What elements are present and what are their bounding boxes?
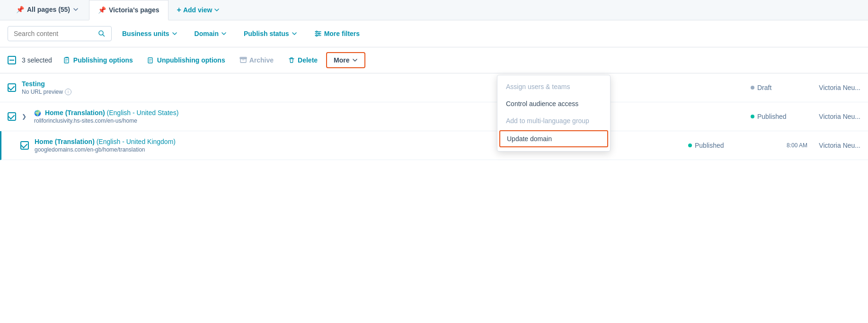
row-status-home-us: Published [751, 113, 807, 120]
unpublishing-options-label: Unpublishing options [157, 56, 225, 64]
more-filters-label: More filters [324, 30, 360, 37]
search-icon [98, 30, 106, 37]
chevron-down-icon-add [214, 7, 220, 13]
search-input[interactable] [14, 30, 94, 37]
table-row: Testing No URL preview i Draft Victoria … [0, 73, 868, 102]
tab-all-pages-label: All pages (55) [27, 6, 70, 13]
dropdown-item-add-multi-language[interactable]: Add to multi-language group [497, 112, 610, 129]
sliders-icon [314, 30, 322, 37]
row-status-home-uk: Published [688, 142, 745, 149]
table-row: ❯ 🌍 Home (Translation) (English - United… [0, 102, 868, 131]
row-title-home-us[interactable]: 🌍 Home (Translation) (English - United S… [34, 109, 745, 117]
plus-icon: + [177, 6, 181, 14]
publish-status-label: Publish status [244, 30, 289, 37]
status-dot-testing [751, 86, 754, 90]
chevron-down-icon-status [292, 31, 297, 36]
publish-status-filter[interactable]: Publish status [237, 27, 304, 41]
row-checkbox-home-uk[interactable] [20, 141, 29, 150]
expand-chevron-icon[interactable]: ❯ [22, 113, 27, 120]
delete-icon [288, 56, 295, 64]
tab-victorias-pages-label: Victoria's pages [109, 6, 159, 14]
row-content-home-us: 🌍 Home (Translation) (English - United S… [34, 109, 745, 124]
row-author-testing: Victoria Neu... [813, 84, 860, 91]
dropdown-item-assign-users[interactable]: Assign users & teams [497, 78, 610, 95]
status-label-testing: Draft [757, 84, 771, 91]
row-subtitle-text-home-us: rollforinclusivity.hs-sites.com/en-us/ho… [34, 117, 137, 124]
pin-icon: 📌 [16, 6, 24, 13]
more-dropdown-menu: Assign users & teams Control audience ac… [497, 75, 611, 152]
dropdown-item-update-domain[interactable]: Update domain [499, 130, 608, 147]
table-area: Testing No URL preview i Draft Victoria … [0, 73, 868, 160]
publishing-options-button[interactable]: Publishing options [58, 54, 139, 67]
row-checkbox-testing[interactable] [8, 83, 16, 92]
unpublishing-options-icon [147, 56, 155, 64]
archive-button[interactable]: Archive [234, 54, 279, 67]
chevron-down-icon [73, 7, 79, 12]
row-title-testing[interactable]: Testing [22, 80, 745, 88]
add-view-label: Add view [183, 6, 212, 14]
svg-point-6 [316, 35, 317, 36]
row-subtitle-text-home-uk: googledomains.com/en-gb/home/translation [35, 146, 145, 153]
tab-victorias-pages[interactable]: 📌 Victoria's pages [89, 0, 168, 20]
archive-label: Archive [249, 56, 274, 64]
add-view-button[interactable]: + Add view [170, 1, 227, 19]
publishing-options-label: Publishing options [73, 56, 133, 64]
selected-count: 3 selected [22, 56, 52, 64]
archive-icon [239, 56, 247, 64]
tab-all-pages[interactable]: 📌 All pages (55) [8, 0, 87, 20]
row-subtitle-testing: No URL preview i [22, 89, 745, 95]
more-filters-button[interactable]: More filters [308, 27, 366, 41]
row-title-suffix-home-us: (English - United States) [107, 109, 179, 117]
status-dot-home-uk [688, 144, 692, 147]
row-title-suffix-home-uk: (English - United Kingdom) [97, 138, 176, 145]
row-author-home-us: Victoria Neu... [813, 113, 860, 120]
chevron-down-icon-more [352, 57, 358, 63]
select-all-checkbox[interactable] [8, 56, 16, 64]
row-time-home-uk: 8:00 AM [751, 142, 807, 149]
action-bar: 3 selected Publishing options Unpublishi… [0, 47, 868, 73]
publishing-options-icon [63, 56, 71, 64]
chevron-down-icon-bu [172, 31, 177, 36]
search-box[interactable] [8, 26, 112, 41]
svg-rect-10 [148, 58, 152, 63]
status-label-home-us: Published [757, 113, 787, 120]
business-units-label: Business units [122, 30, 169, 37]
chevron-down-icon-domain [221, 31, 227, 36]
more-button[interactable]: More [326, 52, 365, 68]
status-label-home-uk: Published [695, 142, 724, 149]
info-icon-testing[interactable]: i [65, 89, 71, 95]
domain-label: Domain [195, 30, 219, 37]
domain-filter[interactable]: Domain [188, 27, 233, 41]
row-content-testing: Testing No URL preview i [22, 80, 745, 95]
dropdown-item-control-audience[interactable]: Control audience access [497, 95, 610, 112]
pin-icon-2: 📌 [98, 6, 106, 14]
tab-bar: 📌 All pages (55) 📌 Victoria's pages + Ad… [0, 0, 868, 20]
svg-point-4 [316, 31, 317, 33]
table-row: Home (Translation) (English - United Kin… [0, 131, 868, 160]
globe-icon: 🌍 [34, 110, 41, 117]
unpublishing-options-button[interactable]: Unpublishing options [142, 54, 231, 67]
svg-point-5 [318, 33, 319, 35]
filter-bar: Business units Domain Publish status Mor… [0, 20, 868, 47]
row-checkbox-home-us[interactable] [8, 112, 16, 121]
business-units-filter[interactable]: Business units [115, 27, 184, 41]
delete-button[interactable]: Delete [282, 54, 323, 67]
more-label: More [334, 56, 349, 64]
svg-rect-7 [64, 58, 69, 63]
row-subtitle-text-testing: No URL preview [22, 89, 63, 95]
row-status-testing: Draft [751, 84, 807, 91]
delete-label: Delete [298, 56, 318, 64]
status-dot-home-us [751, 115, 754, 118]
row-subtitle-home-us: rollforinclusivity.hs-sites.com/en-us/ho… [34, 117, 745, 124]
row-author-home-uk: Victoria Neu... [813, 142, 860, 149]
